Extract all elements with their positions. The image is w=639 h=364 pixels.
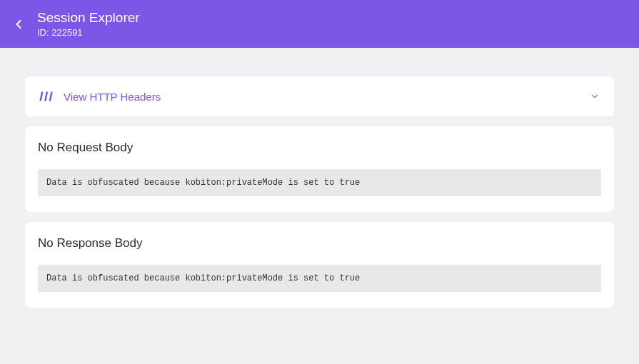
svg-rect-0 <box>39 91 43 101</box>
app-header: Session Explorer ID: 222591 <box>0 0 639 48</box>
request-body-title: No Request Body <box>38 141 601 155</box>
page-title: Session Explorer <box>37 9 140 27</box>
chevron-left-icon <box>11 17 26 31</box>
request-body-message: Data is obfuscated because kobiton:priva… <box>38 169 601 196</box>
response-body-card: No Response Body Data is obfuscated beca… <box>25 222 614 308</box>
header-titles: Session Explorer ID: 222591 <box>37 9 140 38</box>
back-button[interactable] <box>11 17 26 31</box>
svg-rect-2 <box>49 91 53 101</box>
chevron-down-icon <box>590 91 600 101</box>
session-id-label: ID: 222591 <box>37 27 140 39</box>
svg-rect-1 <box>44 91 48 101</box>
main-content: View HTTP Headers No Request Body Data i… <box>0 48 639 308</box>
response-body-title: No Response Body <box>38 236 601 251</box>
network-icon <box>39 89 54 103</box>
view-http-headers-panel[interactable]: View HTTP Headers <box>25 76 614 116</box>
request-body-card: No Request Body Data is obfuscated becau… <box>25 126 614 212</box>
response-body-message: Data is obfuscated because kobiton:priva… <box>38 265 601 292</box>
view-http-headers-label: View HTTP Headers <box>64 91 590 103</box>
